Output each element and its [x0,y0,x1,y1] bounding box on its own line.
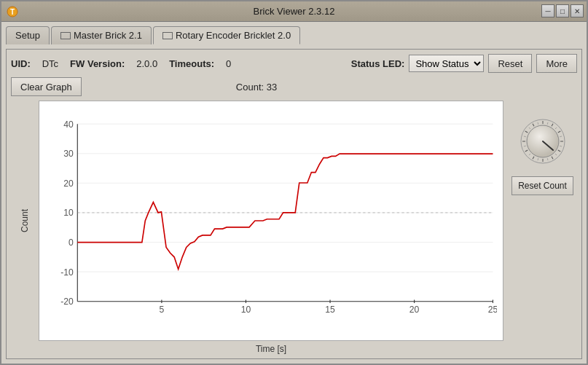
svg-text:5: 5 [159,305,164,315]
svg-text:-20: -20 [60,297,74,307]
svg-line-44 [560,136,562,137]
y-axis-label: Count [20,209,30,232]
svg-line-49 [528,154,530,155]
reset-button[interactable]: Reset [488,54,532,73]
main-area: Count [11,101,577,354]
status-led-select[interactable]: Show Status Off On Heartbeat [409,55,484,72]
svg-line-43 [554,127,556,129]
svg-text:10: 10 [63,208,74,218]
svg-text:0: 0 [68,238,74,248]
svg-line-48 [538,158,538,160]
svg-line-52 [528,127,530,129]
title-bar: T Brick Viewer 2.3.12 ─ □ ✕ [1,1,587,22]
svg-line-41 [533,124,534,126]
x-axis-label: Time [s] [39,344,503,354]
fw-value: 2.0.0 [136,58,157,69]
tab-master-brick[interactable]: Master Brick 2.1 [51,26,152,44]
timeouts-value: 0 [226,58,231,69]
chart-area: 40 30 20 10 0 -10 -20 [39,101,503,341]
window-title: Brick Viewer 2.3.12 [254,6,335,17]
svg-line-35 [552,157,553,159]
tab-bar: Setup Master Brick 2.1 Rotary Encoder Br… [6,26,582,44]
tab-rotary-encoder[interactable]: Rotary Encoder Bricklet 2.0 [153,26,300,44]
app-icon: T [6,5,19,18]
svg-text:20: 20 [63,178,74,189]
tab-content-area: UID: DTc FW Version: 2.0.0 Timeouts: 0 S… [6,49,582,359]
minimize-button[interactable]: ─ [541,4,554,17]
master-brick-icon [60,32,71,39]
svg-text:25: 25 [488,305,497,315]
chart-svg: 40 30 20 10 0 -10 -20 [45,107,497,334]
svg-text:10: 10 [241,305,251,315]
close-button[interactable]: ✕ [571,4,584,17]
svg-line-47 [547,158,548,160]
svg-line-50 [523,146,525,146]
svg-line-45 [560,146,562,146]
rotary-knob [517,115,569,168]
maximize-button[interactable]: □ [556,4,569,17]
svg-line-42 [547,122,548,125]
count-display: Count: 33 [236,82,277,93]
svg-line-32 [557,131,560,133]
info-row: UID: DTc FW Version: 2.0.0 Timeouts: 0 S… [11,54,577,73]
timeouts-label: Timeouts: [169,58,214,69]
clear-graph-button[interactable]: Clear Graph [11,77,82,96]
tab-setup[interactable]: Setup [6,26,50,44]
svg-line-51 [523,136,525,137]
more-button[interactable]: More [536,54,577,73]
status-led-label: Status LED: [351,58,405,69]
uid-label: UID: [11,58,31,69]
svg-text:T: T [10,8,15,16]
svg-text:40: 40 [63,119,74,130]
rotary-encoder-icon [162,32,173,39]
status-led-row: Status LED: Show Status Off On Heartbeat… [351,54,577,73]
main-content: Setup Master Brick 2.1 Rotary Encoder Br… [1,22,587,364]
right-panel: Reset Count [508,101,577,354]
graph-line [77,154,493,269]
main-window: T Brick Viewer 2.3.12 ─ □ ✕ Setup Master… [0,0,588,365]
reset-count-button[interactable]: Reset Count [511,176,573,195]
svg-text:-10: -10 [60,267,74,278]
svg-line-31 [552,124,553,126]
svg-line-46 [554,154,556,155]
knob-container [517,115,569,168]
svg-text:15: 15 [325,305,335,315]
svg-text:30: 30 [63,149,74,159]
window-controls: ─ □ ✕ [541,4,584,17]
svg-line-37 [533,157,534,159]
svg-text:20: 20 [409,305,420,315]
action-row: Clear Graph Count: 33 [11,77,577,96]
svg-line-38 [525,150,527,152]
svg-line-53 [538,122,538,125]
svg-line-34 [557,150,560,152]
svg-line-40 [525,131,527,133]
fw-label: FW Version: [70,58,125,69]
uid-value: DTc [42,58,58,69]
